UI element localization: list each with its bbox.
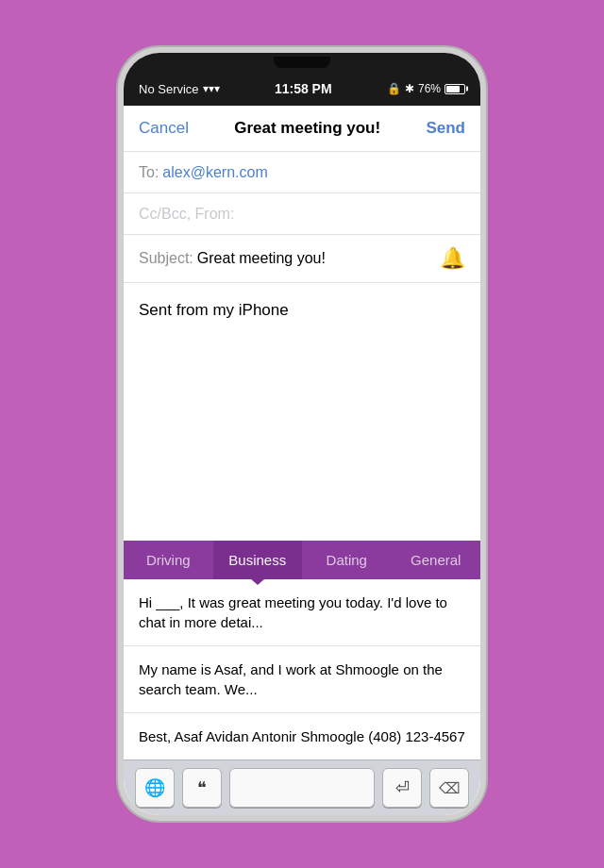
suggestion-item-0[interactable]: Hi ___, It was great meeting you today. … [124, 579, 480, 646]
status-bar: No Service ▾▾▾ 11:58 PM 🔒 ✱ 76% [124, 72, 480, 106]
subject-label: Subject: [139, 250, 193, 267]
tab-dating[interactable]: Dating [302, 541, 392, 579]
to-label: To: [139, 164, 159, 181]
phone-top-bar [124, 53, 480, 72]
suggestion-item-1[interactable]: My name is Asaf, and I work at Shmoogle … [124, 646, 480, 713]
return-button[interactable]: ⏎ [382, 768, 422, 808]
cc-field-row[interactable]: Cc/Bcc, From: [124, 193, 480, 235]
compose-header: Cancel Great meeting you! Send [124, 106, 480, 152]
subject-value: Great meeting you! [197, 250, 326, 267]
compose-title: Great meeting you! [234, 119, 380, 138]
cc-placeholder: Cc/Bcc, From: [139, 206, 234, 223]
mail-compose: Cancel Great meeting you! Send To: alex@… [124, 106, 480, 815]
to-field-row[interactable]: To: alex@kern.com [124, 152, 480, 193]
quote-button[interactable]: ❝ [182, 768, 222, 808]
tab-general[interactable]: General [392, 541, 481, 579]
to-value: alex@kern.com [162, 164, 267, 181]
phone-frame: No Service ▾▾▾ 11:58 PM 🔒 ✱ 76% Cancel G… [118, 47, 486, 821]
wifi-icon: ▾▾▾ [203, 82, 220, 95]
status-left: No Service ▾▾▾ [139, 82, 220, 96]
cancel-button[interactable]: Cancel [139, 119, 189, 138]
spacebar-button[interactable] [229, 768, 375, 808]
subject-field-row[interactable]: Subject: Great meeting you! 🔔 [124, 235, 480, 283]
tab-driving[interactable]: Driving [124, 541, 213, 579]
suggestions-list: Hi ___, It was great meeting you today. … [124, 579, 480, 760]
globe-button[interactable]: 🌐 [135, 768, 175, 808]
backspace-icon: ⌫ [439, 779, 461, 797]
compose-body[interactable]: Sent from my iPhone [124, 283, 480, 541]
globe-icon: 🌐 [144, 777, 165, 798]
lock-icon: 🔒 [387, 82, 401, 95]
tab-business[interactable]: Business [213, 541, 303, 579]
backspace-button[interactable]: ⌫ [429, 768, 469, 808]
battery-percent: 76% [418, 82, 441, 95]
carrier-text: No Service [139, 82, 199, 96]
send-button[interactable]: Send [426, 119, 465, 138]
battery-icon [445, 84, 465, 94]
status-right: 🔒 ✱ 76% [387, 82, 465, 95]
bluetooth-icon: ✱ [405, 82, 414, 95]
return-icon: ⏎ [395, 777, 410, 798]
body-text: Sent from my iPhone [139, 301, 289, 319]
camera-notch [274, 57, 330, 68]
keyboard-toolbar: 🌐 ❝ ⏎ ⌫ [124, 760, 480, 815]
tabs-bar: Driving Business Dating General [124, 541, 480, 579]
quote-icon: ❝ [197, 777, 207, 798]
bell-icon[interactable]: 🔔 [440, 246, 465, 271]
suggestion-item-2[interactable]: Best, Asaf Avidan Antonir Shmoogle (408)… [124, 713, 480, 760]
status-time: 11:58 PM [275, 81, 332, 96]
